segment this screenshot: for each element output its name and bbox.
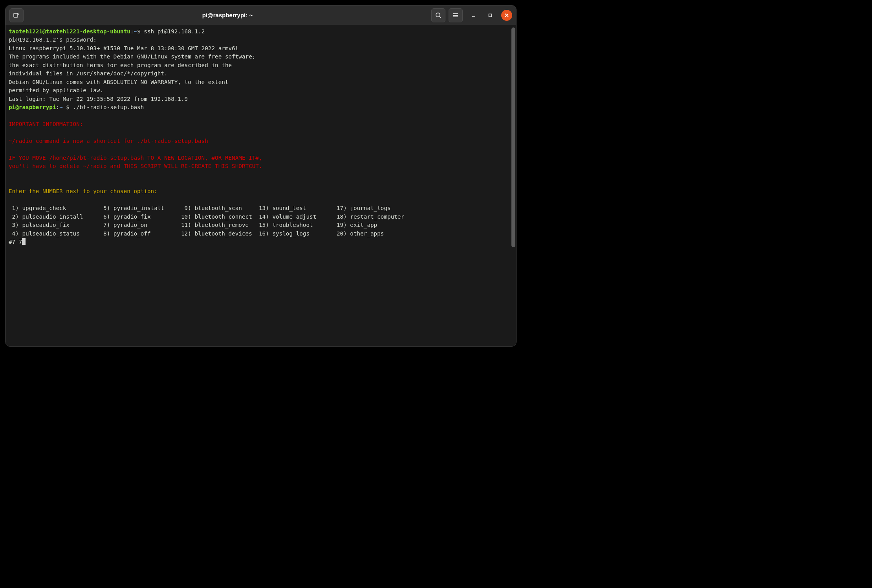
output-line: individual files in /usr/share/doc/*/cop…	[9, 69, 513, 78]
output-line: The programs included with the Debian GN…	[9, 53, 513, 61]
prompt-line-1: taoteh1221@taoteh1221-desktop-ubuntu:~$ …	[9, 27, 513, 36]
scrollbar-thumb[interactable]	[511, 27, 515, 247]
window-title: pi@raspberrypi: ~	[24, 12, 431, 18]
titlebar: pi@raspberrypi: ~	[5, 5, 516, 25]
output-line: Linux raspberrypi 5.10.103+ #1530 Tue Ma…	[9, 44, 513, 53]
menu-row: 1) upgrade_check 5) pyradio_install 9) b…	[9, 204, 513, 212]
prompt-line-2: pi@raspberrypi:~ $ ./bt-radio-setup.bash	[9, 103, 513, 111]
output-line: the exact distribution terms for each pr…	[9, 61, 513, 69]
maximize-button[interactable]	[485, 10, 496, 21]
command: ./bt-radio-setup.bash	[70, 104, 144, 110]
close-icon	[505, 13, 509, 17]
terminal-body[interactable]: taoteh1221@taoteh1221-desktop-ubuntu:~$ …	[5, 25, 516, 346]
search-icon	[435, 12, 441, 18]
warning-line: you'll have to delete ~/radio and THIS S…	[9, 162, 513, 170]
svg-rect-0	[14, 13, 18, 17]
new-tab-icon	[13, 12, 20, 19]
warning-line: ~/radio command is now a shortcut for ./…	[9, 137, 513, 145]
terminal-window: pi@raspberrypi: ~	[5, 5, 517, 347]
close-button[interactable]	[501, 10, 512, 21]
output-line: Last login: Tue Mar 22 19:35:58 2022 fro…	[9, 95, 513, 103]
warning-line: IMPORTANT INFORMATION:	[9, 120, 513, 128]
user-host: taoteh1221@taoteh1221-desktop-ubuntu	[9, 28, 130, 35]
svg-line-2	[440, 16, 441, 18]
user-input: 7	[19, 239, 22, 245]
new-tab-button[interactable]	[9, 8, 24, 22]
search-button[interactable]	[431, 8, 445, 22]
menu-row: 2) pulseaudio_install 6) pyradio_fix 10)…	[9, 213, 513, 221]
path: ~	[59, 104, 66, 110]
cursor	[22, 238, 26, 245]
menu-row: 3) pulseaudio_fix 7) pyradio_on 11) blue…	[9, 221, 513, 229]
hamburger-icon	[452, 12, 459, 18]
menu-prompt: Enter the NUMBER next to your chosen opt…	[9, 187, 513, 195]
output-line: permitted by applicable law.	[9, 86, 513, 95]
output-line: Debian GNU/Linux comes with ABSOLUTELY N…	[9, 78, 513, 86]
minimize-icon	[472, 13, 476, 17]
input-line[interactable]: #? 7	[9, 238, 513, 246]
menu-button[interactable]	[449, 8, 463, 22]
command: ssh pi@192.168.1.2	[141, 28, 205, 35]
svg-rect-7	[489, 14, 492, 16]
menu-row: 4) pulseaudio_status 8) pyradio_off 12) …	[9, 230, 513, 238]
minimize-button[interactable]	[468, 10, 479, 21]
svg-point-1	[436, 13, 440, 17]
path: ~	[134, 28, 137, 35]
output-line: pi@192.168.1.2's password:	[9, 36, 513, 44]
user-host: pi@raspberrypi	[9, 104, 56, 110]
maximize-icon	[488, 13, 492, 17]
warning-line: IF YOU MOVE /home/pi/bt-radio-setup.bash…	[9, 154, 513, 162]
